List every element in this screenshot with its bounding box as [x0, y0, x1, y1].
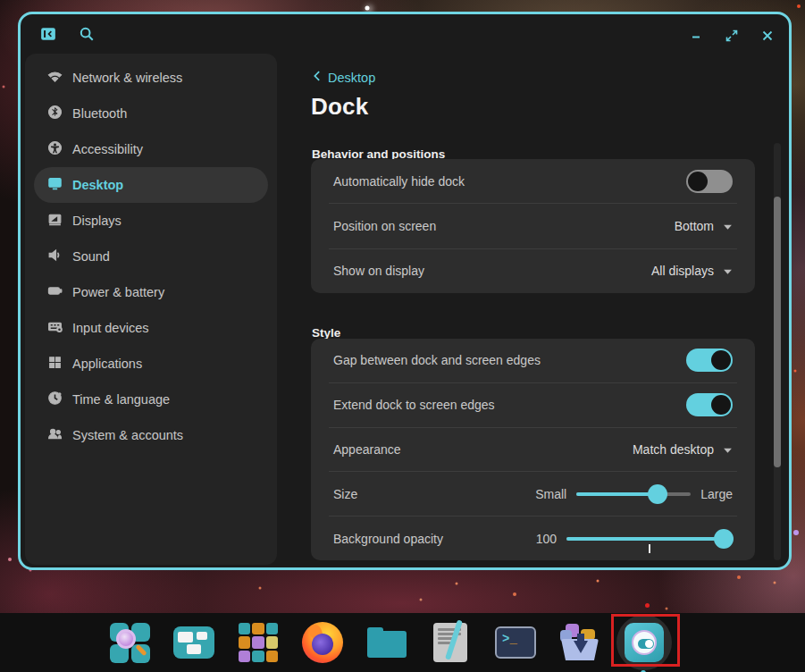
sidebar-item-label: Input devices [72, 321, 148, 335]
slider-thumb[interactable] [648, 484, 667, 504]
wallpaper-stars [0, 0, 2, 2]
setting-row-extend: Extend dock to screen edges [329, 382, 737, 427]
page-title: Dock [311, 93, 368, 121]
desktop-screen: Network & wireless Bluetooth Accessibili… [0, 0, 805, 672]
sidebar-item-label: Network & wireless [72, 71, 182, 85]
dock-item-terminal[interactable]: >_ [494, 621, 537, 664]
slider-fill [566, 537, 733, 541]
sidebar-item-applications[interactable]: Applications [34, 346, 268, 382]
sidebar-item-label: Applications [72, 357, 142, 371]
dropdown-value: Match desktop [633, 442, 714, 457]
chevron-left-icon [311, 70, 323, 85]
dock-bar: >_ [0, 613, 805, 672]
dock-item-app-store[interactable] [558, 621, 601, 664]
setting-label: Position on screen [333, 219, 436, 233]
sidebar-item-power-battery[interactable]: Power & battery [34, 274, 268, 310]
sidebar-item-label: Power & battery [72, 285, 164, 299]
sidebar-item-label: Time & language [72, 392, 170, 407]
dropdown-value: All displays [651, 264, 714, 278]
users-icon [47, 426, 63, 444]
settings-sidebar: Network & wireless Bluetooth Accessibili… [25, 54, 277, 565]
dock-item-app-library[interactable] [237, 621, 280, 664]
bluetooth-icon [47, 105, 63, 122]
toggle-knob [711, 395, 731, 415]
dropdown-value: Bottom [675, 219, 714, 233]
setting-row-size: Size Small Large [329, 471, 737, 516]
slider-fill [576, 492, 658, 496]
breadcrumb-label: Desktop [328, 71, 375, 85]
sidebar-item-input-devices[interactable]: Input devices [34, 310, 268, 346]
slider-value: 100 [536, 532, 557, 546]
toggle-knob [711, 350, 731, 370]
settings-window: Network & wireless Bluetooth Accessibili… [18, 12, 792, 570]
files-icon [365, 621, 408, 664]
dock-settings-panel: Desktop Dock Behavior and positions Auto… [311, 14, 755, 567]
appearance-dropdown[interactable]: Match desktop [633, 441, 733, 458]
sidebar-item-bluetooth[interactable]: Bluetooth [34, 96, 268, 131]
dock-item-launcher[interactable] [108, 621, 151, 664]
text-editor-icon [430, 621, 473, 664]
gap-toggle[interactable] [686, 349, 733, 372]
setting-label: Gap between dock and screen edges [333, 353, 541, 367]
slider-thumb[interactable] [714, 529, 734, 549]
sidebar-item-label: Displays [72, 214, 122, 228]
slider-max-label: Large [700, 487, 733, 501]
wifi-icon [47, 69, 63, 87]
battery-icon [47, 283, 63, 301]
show-on-display-dropdown[interactable]: All displays [651, 263, 733, 279]
setting-label: Extend dock to screen edges [333, 398, 495, 412]
sidebar-item-accessibility[interactable]: Accessibility [34, 131, 268, 167]
dock-item-firefox[interactable] [301, 621, 344, 664]
sidebar-collapse-icon[interactable] [40, 26, 56, 42]
displays-icon [47, 212, 63, 230]
setting-label: Automatically hide dock [333, 174, 465, 189]
clock-icon [47, 391, 63, 408]
close-button[interactable] [760, 29, 775, 43]
style-card: Gap between dock and screen edges Extend… [311, 339, 755, 560]
sidebar-item-displays[interactable]: Displays [34, 203, 268, 239]
sidebar-item-label: System & accounts [72, 428, 183, 442]
keyboard-icon [47, 319, 63, 337]
scrollbar-thumb[interactable] [774, 197, 781, 467]
setting-row-gap: Gap between dock and screen edges [329, 339, 737, 382]
size-slider-group: Small Large [535, 487, 733, 501]
sidebar-item-sound[interactable]: Sound [34, 239, 268, 274]
dock-item-files[interactable] [365, 621, 408, 664]
terminal-icon: >_ [495, 626, 536, 659]
opacity-slider[interactable] [566, 537, 733, 541]
dock-items: >_ [108, 613, 666, 672]
sidebar-item-label: Sound [72, 249, 110, 264]
extend-toggle[interactable] [686, 393, 733, 416]
sidebar-item-time-language[interactable]: Time & language [34, 382, 268, 417]
setting-row-appearance: Appearance Match desktop [329, 427, 737, 472]
chevron-down-icon [723, 263, 733, 279]
chevron-down-icon [723, 441, 733, 458]
autohide-toggle[interactable] [686, 170, 733, 193]
setting-label: Background opacity [333, 532, 443, 546]
app-store-icon [558, 621, 601, 664]
breadcrumb[interactable]: Desktop [311, 70, 375, 85]
annotation-highlight-box [611, 614, 680, 667]
size-slider[interactable] [576, 492, 691, 496]
opacity-slider-group: 100 [536, 532, 733, 546]
setting-row-opacity: Background opacity 100 [329, 516, 737, 560]
position-dropdown[interactable]: Bottom [675, 218, 733, 234]
dock-item-workspaces[interactable] [172, 621, 215, 664]
desktop-icon [47, 176, 63, 194]
slider-min-label: Small [535, 487, 566, 501]
behavior-card: Automatically hide dock Position on scre… [311, 159, 755, 293]
sidebar-item-desktop[interactable]: Desktop [34, 167, 268, 203]
sidebar-item-label: Accessibility [72, 142, 143, 156]
setting-label: Size [333, 487, 357, 501]
sidebar-item-network-wireless[interactable]: Network & wireless [34, 60, 268, 96]
dock-item-text-editor[interactable] [430, 621, 473, 664]
sound-icon [47, 248, 63, 265]
setting-row-position: Position on screen Bottom [329, 203, 737, 248]
setting-label: Appearance [333, 442, 401, 457]
accessibility-icon [47, 140, 63, 158]
slider-default-tick [649, 544, 650, 553]
search-icon[interactable] [79, 26, 95, 42]
sidebar-item-system-accounts[interactable]: System & accounts [34, 417, 268, 453]
firefox-icon [302, 622, 343, 663]
toggle-knob [688, 172, 708, 191]
